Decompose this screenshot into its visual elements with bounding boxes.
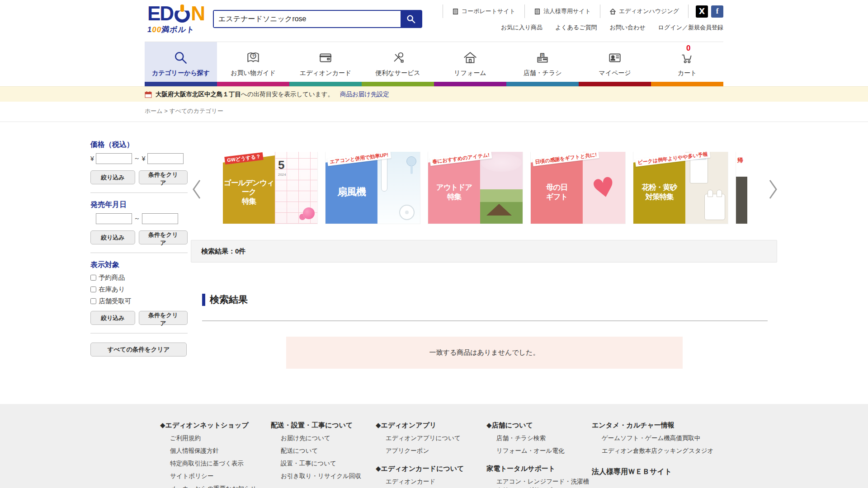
logo-subtitle: 100満ボルト [146,24,205,35]
footer-heading[interactable]: ◆エディオンアプリ [376,421,486,430]
nav-stripe [506,82,579,86]
fans-photo [377,152,420,224]
release-to-input[interactable] [142,213,178,224]
banner-pollen[interactable]: 花粉・黄砂対策特集 ピークは例年よりやや多い予報 [633,152,728,224]
checkbox-row-store-pickup[interactable]: 店舗受取可 [90,297,188,305]
nav-stripe [579,82,651,86]
footer-link[interactable]: 特定商取引法に基づく表示 [160,460,271,468]
footer-heading[interactable]: エンタメ・カルチャー情報 [592,421,723,430]
house-icon [609,8,616,15]
footer-heading[interactable]: ◆店舗について [486,421,592,430]
carousel-next-button[interactable] [766,176,780,203]
price-max-input[interactable] [147,153,184,164]
price-clear-button[interactable]: 条件をクリア [139,170,188,184]
facebook-icon[interactable]: f [711,5,723,18]
nav-stripe [217,82,289,86]
breadcrumb-current: すべてのカテゴリー [169,108,223,114]
promo-carousel: 5 2024 ゴールデンウィーク特集 GWどうする？ 扇風機 エアコンと併用で効… [223,152,747,225]
footer-column-delivery: 配送・設置・工事について お届け先について 配送について 設置・工事について お… [271,421,376,488]
calendar-icon [145,91,152,98]
footer-link[interactable]: お届け先について [271,434,376,443]
edion-logo[interactable]: ED N 100満ボルト [147,4,204,35]
svg-text:?: ? [252,53,255,58]
footer-link[interactable]: 設置・工事について [271,460,376,468]
footer-heading[interactable]: 配送・設置・工事について [271,421,376,430]
carousel-prev-button[interactable] [190,176,203,203]
search-input[interactable] [214,11,401,27]
footer-link[interactable]: サイトポリシー [160,472,271,481]
footer-link[interactable]: お引き取り・リサイクル回収 [271,472,376,481]
store-pickup-checkbox[interactable] [90,298,96,304]
search-button[interactable] [401,11,421,27]
nav-reform[interactable]: リフォーム [434,42,506,86]
footer-link[interactable]: エアコン・レンジフード・洗濯槽クリーニングサービス [486,478,592,488]
footer-link[interactable]: ご利用規約 [160,434,271,443]
instock-checkbox[interactable] [90,286,96,292]
notice-text: 大阪府大阪市北区中之島１丁目への出荷目安を表示しています。 [156,90,334,99]
footer-heading[interactable]: ◆エディオンカードについて [376,465,486,473]
checkbox-row-instock[interactable]: 在庫あり [90,285,188,294]
favorites-link[interactable]: お気に入り商品 [501,23,542,32]
banner-partial-dark [736,177,747,224]
footer-link[interactable]: リフォーム・オール電化 [486,447,592,455]
footer-link[interactable]: メーカーからの重要なお知らせ [160,485,271,488]
release-clear-button[interactable]: 条件をクリア [139,230,188,244]
nav-edion-card[interactable]: エディオンカード [289,42,362,86]
corporate-site-link[interactable]: コーポレートサイト [443,7,524,15]
breadcrumb-home-link[interactable]: ホーム [145,108,163,114]
release-from-input[interactable] [96,213,132,224]
footer-link[interactable]: 配送について [271,447,376,455]
banner-fans[interactable]: 扇風機 エアコンと併用で効率UP! [326,152,420,224]
nav-cart[interactable]: 0 カート [651,42,723,86]
release-filter-button[interactable]: 絞り込み [90,230,135,244]
checkbox-row-preorder[interactable]: 予約商品 [90,273,188,282]
tools-icon [390,50,406,66]
top-link-label: 法人様専用サイト [543,7,591,15]
banner-outdoor[interactable]: アウトドア特集 春におすすめのアイテム! [428,152,523,224]
footer-link[interactable]: 個人情報保護方針 [160,447,271,455]
nav-shopping-guide[interactable]: ? お買い物ガイド [217,42,289,86]
footer-column-stores: ◆店舗について 店舗・チラシ検索 リフォーム・オール電化 家電トータルサポート … [486,421,592,488]
contact-link[interactable]: お問い合わせ [610,23,646,32]
calendar-photo: 5 2024 [275,152,317,224]
nav-category-search[interactable]: カテゴリーから探す [145,42,217,86]
cart-count-badge: 0 [686,44,690,53]
footer-link[interactable]: エディオンカード [376,478,486,486]
target-clear-button[interactable]: 条件をクリア [139,311,188,325]
footer-heading[interactable]: 家電トータルサポート [486,465,592,473]
no-results-message: 一致する商品はありませんでした。 [286,337,683,369]
footer-link[interactable]: ゲームソフト・ゲーム機高価買取中 [592,434,723,443]
banner-mothers-day[interactable]: ♥ 母の日ギフト 日頃の感謝をギフトと共に! [531,152,625,224]
nav-services[interactable]: 便利なサービス [362,42,434,86]
top-link-label: エディオンハウジング [619,7,679,15]
target-filter-button[interactable]: 絞り込み [90,311,135,325]
price-filter-button[interactable]: 絞り込み [90,170,135,184]
preorder-checkbox[interactable] [90,275,96,281]
footer-link[interactable]: エディオンアプリについて [376,434,486,443]
footer-heading[interactable]: ◆エディオンネットショップ [160,421,271,430]
main-nav: カテゴリーから探す ? お買い物ガイド エディオンカード 便利なサービス リフォ… [145,42,723,86]
heart-photo: ♥ [583,152,625,224]
nav-my-page[interactable]: マイページ [579,42,651,86]
top-link-label: コーポレートサイト [462,7,515,15]
nav-stripe [651,82,723,86]
delivery-notice-bar: 大阪府大阪市北区中之島１丁目への出荷目安を表示しています。 商品お届け先設定 [0,86,868,102]
housing-link[interactable]: エディオンハウジング [600,7,688,15]
business-site-link[interactable]: 法人様専用サイト [525,7,600,15]
x-twitter-icon[interactable]: X [696,5,708,18]
faq-link[interactable]: よくあるご質問 [555,23,597,32]
delivery-settings-link[interactable]: 商品お届け先設定 [340,90,389,99]
banner-partial[interactable]: 帰 [736,152,747,224]
login-register-link[interactable]: ログイン／新規会員登録 [658,23,723,32]
clear-all-filters-button[interactable]: すべての条件をクリア [90,343,187,357]
logo-text-left: ED [147,4,173,23]
divider [688,5,689,18]
footer-link[interactable]: アプリクーポン [376,447,486,455]
flower-decoration [303,207,315,219]
footer-link[interactable]: エディオン倉敷本店クッキングスタジオ [592,447,723,455]
price-min-input[interactable] [96,153,132,164]
footer-heading-business-web[interactable]: 法人様専用ＷＥＢサイト [592,467,723,477]
banner-golden-week[interactable]: 5 2024 ゴールデンウィーク特集 GWどうする？ [223,152,317,224]
nav-stores-flyers[interactable]: E 店舗・チラシ [506,42,579,86]
footer-link[interactable]: 店舗・チラシ検索 [486,434,592,443]
